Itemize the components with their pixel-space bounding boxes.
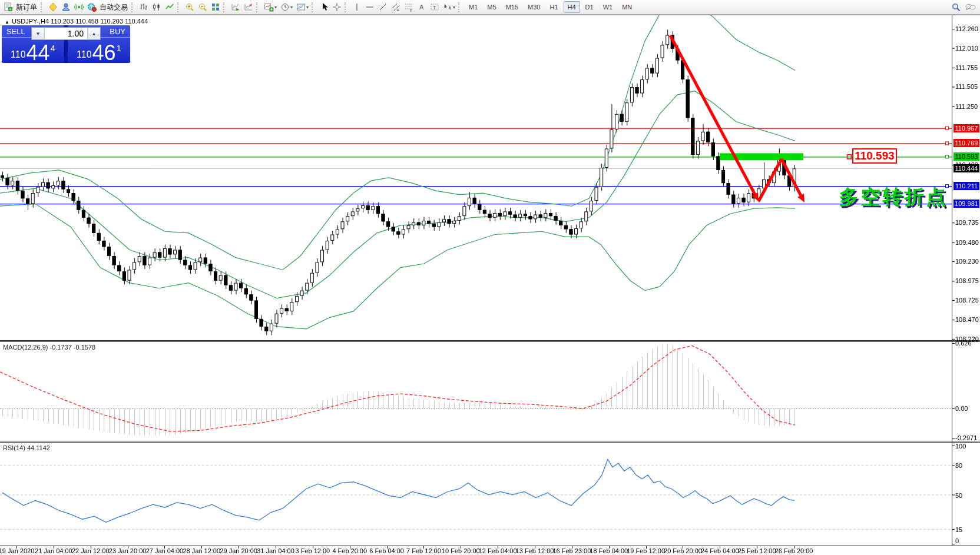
rsi-tick-label: 0 [955,537,959,544]
candlestick-icon [152,2,161,12]
price-tick-label: 111.505 [955,83,978,90]
chat-button[interactable] [963,1,978,14]
rsi-tick-label: 50 [955,492,962,499]
period-button-MN[interactable]: MN [618,1,636,13]
time-tick-label: 19 Feb 12:00 [627,547,665,554]
templates-button[interactable]: ▾ [294,1,310,14]
horizontal-line-button[interactable] [363,1,376,14]
symbol-title: ▲USDJPY-,H4 110.203 110.458 110.203 110.… [5,18,148,25]
time-tick-label: 28 Jan 12:00 [183,547,220,554]
candlestick-button[interactable] [150,1,163,14]
periods-clock-button[interactable]: ▾ [279,1,294,14]
zoom-out-button[interactable] [196,1,209,14]
vertical-line-button[interactable] [350,1,363,14]
time-tick-label: 4 Feb 20:00 [332,547,367,554]
volume-increase-button[interactable]: ▲ [87,28,100,39]
profiles-button[interactable] [59,1,72,14]
svg-text:A: A [419,4,424,11]
time-tick-label: 7 Feb 12:00 [406,547,441,554]
signal-icon [74,2,84,12]
metaquotes-button[interactable] [47,1,59,14]
period-button-W1[interactable]: W1 [599,1,617,13]
macd-tick-label: -0.2971 [955,434,977,441]
time-tick-label: 3 Feb 12:00 [296,547,330,554]
time-tick-label: 26 Feb 20:00 [775,547,813,554]
macd-tick-label: 0.00 [955,405,968,412]
time-tick-label: 31 Jan 04:00 [257,547,294,554]
buy-price-sup: 1 [117,43,121,53]
price-tick-label: 109.230 [955,258,979,265]
period-button-M30[interactable]: M30 [524,1,544,13]
toolbar-grip [223,2,227,12]
volume-value[interactable]: 1.00 [45,28,87,39]
text-label-icon: T [430,2,439,12]
period-button-M15[interactable]: M15 [502,1,522,13]
zoom-in-button[interactable] [183,1,196,14]
turning-point-annotation[interactable]: 多空转折点 [839,184,948,211]
autotrade-label[interactable]: 自动交易 [100,2,128,12]
vertical-line-icon [353,2,361,12]
volume-decrease-button[interactable]: ▼ [32,28,45,39]
cursor-icon [319,2,329,12]
crosshair-button[interactable] [330,1,343,14]
new-order-icon [4,2,13,12]
chat-icon [965,2,976,12]
clock-icon [280,2,290,12]
channel-button[interactable]: E [389,1,402,14]
rsi-tick-label: 100 [955,443,966,450]
indicators-button[interactable]: ▾ [262,1,279,14]
trendline-icon [378,2,388,12]
zoom-in-icon [185,2,194,12]
period-button-M5[interactable]: M5 [483,1,500,13]
time-tick-label: 10 Feb 20:00 [442,547,480,554]
sell-price-big: 44 [27,43,50,62]
chart-shift-icon [244,2,253,12]
period-button-H4[interactable]: H4 [564,1,580,13]
price-tick-label: 111.250 [955,103,978,110]
price-level-badge: 110.769 [953,139,979,147]
chevron-down-icon: ▾ [290,5,293,10]
indicators-icon [264,2,274,12]
trendline-button[interactable] [376,1,389,14]
new-order-button[interactable] [2,1,15,14]
time-tick-label: 18 Feb 04:00 [590,547,628,554]
line-chart-button[interactable] [163,1,176,14]
buy-price: 110461 [68,43,130,62]
period-button-M1[interactable]: M1 [465,1,482,13]
chart-shift-button[interactable] [242,1,255,14]
price-tick-label: 108.725 [955,297,979,304]
search-button[interactable] [949,1,963,14]
text-a-icon: A [418,2,426,12]
price-tick-label: 108.470 [955,316,979,323]
time-tick-label: 29 Jan 20:00 [220,547,257,554]
chart-canvas[interactable] [0,0,980,555]
buy-price-big: 46 [92,43,116,62]
price-callout-110593[interactable]: 110.593 [852,148,897,164]
macd-label: MACD(12,26,9) -0.1737 -0.1578 [3,344,95,351]
period-button-D1[interactable]: D1 [581,1,598,13]
autotrade-button[interactable] [85,1,98,14]
time-tick-label: 21 Jan 04:00 [35,547,72,554]
bar-chart-icon [139,2,148,12]
cursor-button[interactable] [317,1,330,14]
period-buttons: M1M5M15M30H1H4D1W1MN [464,1,637,13]
bar-chart-button[interactable] [137,1,150,14]
text-button[interactable]: A [415,1,428,14]
new-order-label[interactable]: 新订单 [16,2,37,12]
time-tick-label: 16 Feb 23:00 [552,547,591,554]
arrows-tool-button[interactable]: ▾ [441,1,457,14]
period-button-H1[interactable]: H1 [545,1,562,13]
tile-windows-button[interactable] [209,1,222,14]
collapse-arrow-icon[interactable]: ▲ [5,19,9,25]
line-chart-icon [165,2,174,12]
time-tick-label: 23 Jan 20:00 [109,547,147,554]
horizontal-line-icon [365,2,375,12]
toolbar: 新订单 自动交易 ▾ ▾ ▾ E F A T ▾ [0,0,980,15]
fibonacci-button[interactable]: F [402,1,415,14]
toolbar-grip [458,2,462,12]
time-tick-label: 24 Feb 04:00 [701,547,739,554]
auto-scroll-button[interactable] [229,1,242,14]
price-level-badge: 110.211 [953,182,979,190]
signals-button[interactable] [72,1,85,14]
text-label-button[interactable]: T [428,1,441,14]
